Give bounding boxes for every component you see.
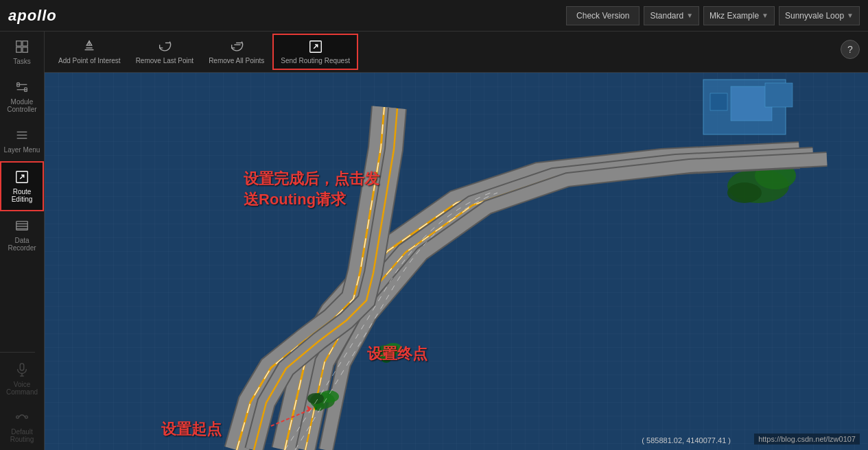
send-routing-icon	[308, 39, 323, 54]
standard-arrow-icon: ▼	[686, 12, 693, 19]
mkz-example-select[interactable]: Mkz Example ▼	[703, 6, 775, 25]
default-routing-label: Default Routing	[3, 428, 41, 443]
sidebar-item-module-controller[interactable]: Module Controller	[0, 73, 44, 120]
remove-last-label: Remove Last Point	[136, 57, 194, 64]
sidebar-item-voice-command[interactable]: Voice Command	[0, 355, 44, 403]
svg-point-27	[25, 416, 28, 418]
svg-point-35	[727, 182, 762, 203]
logo: apollo	[8, 7, 57, 25]
voice-command-label: Voice Command	[3, 381, 41, 396]
svg-point-44	[384, 343, 402, 354]
sidebar-divider	[0, 352, 35, 353]
sidebar-item-tasks[interactable]: Tasks	[0, 32, 44, 73]
svg-rect-9	[16, 47, 21, 52]
svg-rect-31	[765, 83, 793, 107]
svg-rect-23	[20, 364, 24, 370]
sidebar: Tasks Module Controller Layer Menu Route…	[0, 32, 45, 450]
tasks-icon	[14, 39, 30, 54]
remove-all-label: Remove All Points	[209, 57, 264, 64]
module-controller-icon	[14, 80, 30, 95]
sidebar-item-route-editing[interactable]: Route Editing	[0, 161, 44, 211]
sunnyvale-arrow-icon: ▼	[847, 12, 854, 19]
road-svg	[45, 73, 868, 450]
svg-rect-32	[710, 93, 727, 110]
route-editing-label: Route Editing	[4, 188, 40, 203]
layer-menu-icon	[14, 128, 30, 143]
add-poi-icon	[82, 39, 97, 54]
standard-select[interactable]: Standard ▼	[644, 6, 699, 25]
svg-rect-7	[16, 41, 21, 46]
remove-last-icon	[157, 39, 172, 54]
remove-all-icon	[229, 39, 244, 54]
layer-menu-label: Layer Menu	[4, 146, 40, 154]
default-routing-icon	[14, 410, 30, 425]
module-controller-label: Module Controller	[3, 98, 41, 113]
data-recorder-label: Data Recorder	[3, 237, 41, 252]
sunnyvale-loop-select[interactable]: Sunnyvale Loop ▼	[779, 6, 860, 25]
help-button[interactable]: ?	[841, 40, 860, 59]
route-editing-icon	[14, 169, 30, 185]
add-point-of-interest-button[interactable]: Add Point of Interest	[51, 35, 128, 69]
svg-rect-10	[23, 47, 27, 52]
map-area: 设置完成后，点击发送Routing请求 设置终点 设置起点 ( 585881.0…	[45, 73, 868, 450]
sidebar-item-layer-menu[interactable]: Layer Menu	[0, 120, 44, 161]
add-poi-label: Add Point of Interest	[58, 57, 121, 64]
header-controls: Check Version Standard ▼ Mkz Example ▼ S…	[566, 6, 860, 25]
voice-command-icon	[14, 362, 30, 377]
remove-last-point-button[interactable]: Remove Last Point	[129, 35, 201, 69]
coordinates: ( 585881.02, 4140077.41 )	[642, 436, 731, 445]
sidebar-item-default-routing[interactable]: Default Routing	[0, 403, 44, 450]
data-recorder-icon	[14, 218, 30, 233]
url-bar: https://blog.csdn.net/lzw0107	[754, 434, 860, 445]
header: apollo Check Version Standard ▼ Mkz Exam…	[0, 0, 868, 32]
send-routing-label: Send Routing Request	[281, 57, 350, 64]
check-version-button[interactable]: Check Version	[566, 6, 640, 25]
sidebar-bottom-section: Voice Command Default Routing	[0, 349, 44, 450]
remove-all-points-button[interactable]: Remove All Points	[202, 35, 271, 69]
svg-rect-8	[23, 41, 27, 46]
send-routing-request-button[interactable]: Send Routing Request	[272, 34, 358, 70]
svg-point-26	[16, 416, 19, 418]
toolbar: Add Point of Interest Remove Last Point …	[45, 32, 868, 73]
mkz-arrow-icon: ▼	[762, 12, 769, 19]
tasks-label: Tasks	[13, 58, 31, 65]
sidebar-item-data-recorder[interactable]: Data Recorder	[0, 211, 44, 259]
